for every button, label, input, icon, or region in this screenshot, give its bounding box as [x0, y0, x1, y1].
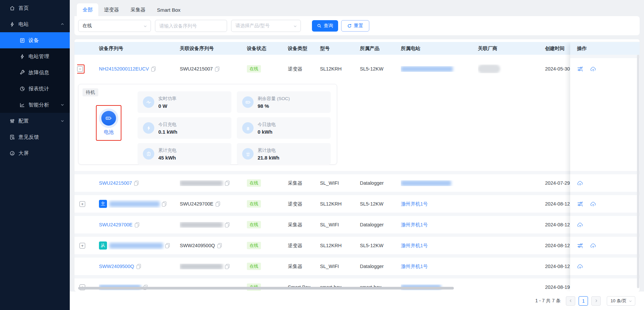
prev-page-button[interactable] — [566, 296, 575, 306]
sidebar-item-label: 智能分析 — [29, 102, 60, 108]
serial-search-input[interactable] — [159, 23, 223, 29]
station-link[interactable]: 滁州并机1号 — [401, 222, 428, 228]
total-discharge-icon — [245, 151, 251, 157]
sidebar-item-feedback[interactable]: 意见反馈 — [0, 129, 70, 145]
model-cell: SL12KRH — [320, 201, 360, 207]
device-type-cell-text: 逆变器 — [288, 242, 303, 249]
tab-逆变器[interactable]: 逆变器 — [98, 3, 125, 16]
copy-icon[interactable] — [135, 222, 139, 227]
ota-upload-icon[interactable] — [577, 263, 583, 270]
table-row: SWU24215007在线采集器SL_WIFIDatalogger2024-07… — [74, 174, 640, 192]
device-settings-icon[interactable] — [577, 66, 583, 72]
stat-texts: 累计充电45 kWh — [158, 147, 176, 161]
copy-icon[interactable] — [216, 202, 220, 207]
stat-label: 今日充电 — [158, 122, 177, 128]
online-status-badge: 在线 — [247, 65, 261, 73]
tab-采集器[interactable]: 采集器 — [125, 3, 151, 16]
device-serial-link[interactable]: SWW2409500Q — [99, 264, 134, 269]
expanded-device-detail: 待机电池实时功率0 W剩余容量 (SOC)98 %今日充电0.1 kWh今日放电… — [74, 80, 640, 171]
ota-upload-icon[interactable] — [577, 180, 583, 186]
device-serial-link[interactable]: SWU2429700E — [99, 222, 132, 227]
related-serial-text: SWW2409500Q — [180, 243, 215, 248]
sidebar-item-config[interactable]: 配置 — [0, 113, 70, 129]
total-charge-wrap — [143, 148, 154, 160]
search-button[interactable]: 查询 — [312, 20, 338, 32]
ota-upload-icon[interactable] — [577, 222, 583, 228]
row-actions-cell — [570, 58, 640, 80]
row-gap — [570, 55, 640, 58]
ota-upload-icon[interactable] — [590, 242, 596, 249]
collapse-row-button[interactable]: − — [77, 66, 83, 72]
station-link[interactable]: 滁州并机1号 — [401, 263, 428, 270]
device-serial-link[interactable]: NH24152000112EUCV — [99, 66, 149, 72]
device-type-cell-text: 逆变器 — [288, 201, 303, 207]
stat-card: 累计放电21.8 kWh — [237, 143, 331, 165]
ota-upload-icon[interactable] — [590, 201, 596, 207]
page-size-select[interactable]: 10 条/页 — [607, 296, 635, 306]
copy-icon[interactable] — [134, 181, 139, 186]
table-row: +主SWU2429700E在线逆变器SL12KRHSL5-12KW滁州并机1号2… — [74, 195, 640, 213]
status-select[interactable]: 在线 — [78, 20, 151, 32]
list-icon — [19, 38, 25, 43]
page-number-button[interactable]: 1 — [579, 296, 588, 306]
copy-icon[interactable] — [162, 202, 166, 207]
product-select[interactable]: 请选择产品/型号 — [231, 20, 301, 32]
copy-icon[interactable] — [217, 243, 222, 248]
device-settings-icon[interactable] — [577, 242, 583, 249]
copy-icon[interactable] — [225, 264, 229, 269]
battery-device-node[interactable] — [101, 111, 116, 126]
sidebar-item-report-stats[interactable]: 报表统计 — [0, 81, 70, 97]
status-cell: 在线 — [247, 242, 288, 249]
row-gap — [570, 275, 640, 278]
online-status-badge: 在线 — [247, 242, 261, 249]
sidebar-item-device[interactable]: 设备 — [0, 32, 70, 48]
device-serial-link[interactable]: SWU24215007 — [99, 180, 132, 186]
copy-icon[interactable] — [225, 181, 229, 186]
station-link[interactable]: 滁州并机1号 — [401, 242, 428, 249]
reset-button-label: 重置 — [354, 23, 363, 29]
station-link[interactable]: 滁州并机1号 — [401, 201, 428, 207]
copy-icon[interactable] — [151, 67, 156, 72]
reset-button[interactable]: 重置 — [341, 20, 369, 32]
copy-icon[interactable] — [165, 243, 170, 248]
copy-icon[interactable] — [137, 264, 141, 269]
sidebar-item-station[interactable]: 电站 — [0, 16, 70, 32]
sidebar-item-label: 故障信息 — [29, 70, 64, 76]
next-page-button[interactable] — [591, 296, 601, 306]
expand-row-button[interactable]: + — [79, 201, 85, 207]
feedback-icon — [9, 134, 15, 140]
device-settings-icon[interactable] — [577, 201, 583, 207]
stat-texts: 累计放电21.8 kWh — [258, 147, 279, 161]
battery-icon — [105, 115, 112, 122]
charge-bolt-wrap — [143, 122, 154, 134]
tab-Smart Box[interactable]: Smart Box — [151, 3, 186, 16]
ota-upload-icon[interactable] — [590, 66, 596, 72]
sidebar-item-station-mgmt[interactable]: 电站管理 — [0, 48, 70, 64]
sidebar-item-big-screen[interactable]: 大屏 — [0, 145, 70, 161]
horizontal-scrollbar[interactable] — [78, 287, 454, 290]
main-content: 全部逆变器采集器Smart Box 在线 请选择产品/型号 查询 重置 设备序列… — [70, 0, 644, 310]
model-cell: SL12KRH — [320, 66, 360, 72]
sidebar-item-home[interactable]: 首页 — [0, 0, 70, 16]
expander-cell: + — [77, 201, 99, 207]
product-cell-text: Datalogger — [360, 264, 384, 269]
row-gap — [74, 233, 640, 237]
product-cell-text: SL5-12KW — [360, 66, 383, 72]
chevron-down-icon — [629, 299, 632, 303]
column-header: 设备序列号 — [99, 45, 180, 52]
copy-icon[interactable] — [225, 222, 229, 227]
copy-icon[interactable] — [215, 67, 219, 72]
vendor-redacted — [478, 64, 500, 73]
expand-row-button[interactable]: + — [79, 243, 85, 249]
device-serial-link-redacted[interactable] — [109, 243, 163, 249]
vertical-scrollbar[interactable] — [637, 55, 639, 288]
tab-全部[interactable]: 全部 — [77, 3, 98, 16]
sidebar-item-label: 意见反馈 — [18, 134, 64, 140]
station-link-redacted[interactable] — [401, 180, 451, 186]
device-serial-cell: 主 — [99, 200, 180, 208]
sidebar-item-fault-info[interactable]: 故障信息 — [0, 64, 70, 81]
sidebar-item-smart-analysis[interactable]: 智能分析 — [0, 97, 70, 113]
table-row: SWW2409500Q在线采集器SL_WIFIDatalogger滁州并机1号2… — [74, 258, 640, 275]
device-serial-link-redacted[interactable] — [109, 201, 160, 207]
station-link-redacted[interactable] — [401, 66, 453, 72]
